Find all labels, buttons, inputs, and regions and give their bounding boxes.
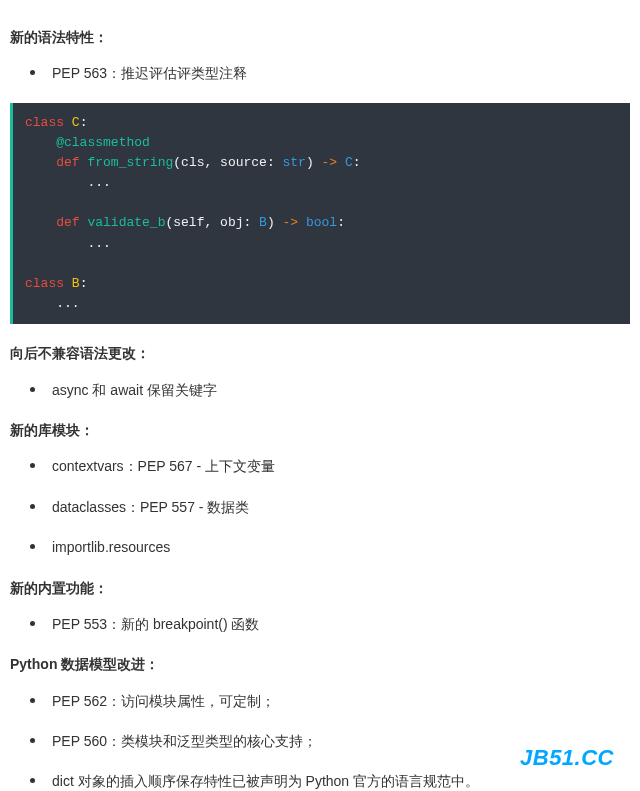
list-item: importlib.resources (40, 536, 630, 558)
watermark: JB51.CC (520, 740, 614, 775)
heading-builtins: 新的内置功能： (10, 577, 630, 599)
list-item: contextvars：PEP 567 - 上下文变量 (40, 455, 630, 477)
code-token: def (56, 215, 79, 230)
list-item: dataclasses：PEP 557 - 数据类 (40, 496, 630, 518)
code-token: ) (306, 155, 314, 170)
code-token: : (353, 155, 361, 170)
code-block: class C: @classmethod def from_string(cl… (10, 103, 630, 324)
code-token: obj (220, 215, 243, 230)
code-token: : (244, 215, 260, 230)
code-token: C (345, 155, 353, 170)
code-token: , (204, 155, 220, 170)
code-token: : (337, 215, 345, 230)
code-token: from_string (87, 155, 173, 170)
code-token: ) (267, 215, 275, 230)
heading-syntax-features: 新的语法特性： (10, 26, 630, 48)
code-token: bool (306, 215, 337, 230)
list-builtins: PEP 553：新的 breakpoint() 函数 (10, 613, 630, 635)
code-token: C (72, 115, 80, 130)
heading-datamodel: Python 数据模型改进： (10, 653, 630, 675)
code-token: class (25, 276, 64, 291)
code-token: B (72, 276, 80, 291)
code-token: ... (56, 296, 79, 311)
code-token: cls (181, 155, 204, 170)
code-token: @classmethod (56, 135, 150, 150)
code-token: : (80, 276, 88, 291)
code-token: validate_b (87, 215, 165, 230)
code-token: ... (87, 175, 110, 190)
list-backward: async 和 await 保留关键字 (10, 379, 630, 401)
list-item: PEP 562：访问模块属性，可定制； (40, 690, 630, 712)
heading-backward-incompatible: 向后不兼容语法更改： (10, 342, 630, 364)
code-token: def (56, 155, 79, 170)
code-token: -> (275, 215, 306, 230)
code-token: source (220, 155, 267, 170)
code-token: self (173, 215, 204, 230)
heading-new-libs: 新的库模块： (10, 419, 630, 441)
code-token: str (283, 155, 306, 170)
code-token: class (25, 115, 64, 130)
code-token: , (204, 215, 220, 230)
code-token: ( (173, 155, 181, 170)
list-item: async 和 await 保留关键字 (40, 379, 630, 401)
list-item: PEP 563：推迟评估评类型注释 (40, 62, 630, 84)
list-new-libs: contextvars：PEP 567 - 上下文变量 dataclasses：… (10, 455, 630, 558)
code-token: : (80, 115, 88, 130)
code-token: B (259, 215, 267, 230)
code-token: ... (87, 236, 110, 251)
code-token: : (267, 155, 283, 170)
list-syntax-features: PEP 563：推迟评估评类型注释 (10, 62, 630, 84)
list-item: PEP 553：新的 breakpoint() 函数 (40, 613, 630, 635)
code-token: -> (314, 155, 345, 170)
